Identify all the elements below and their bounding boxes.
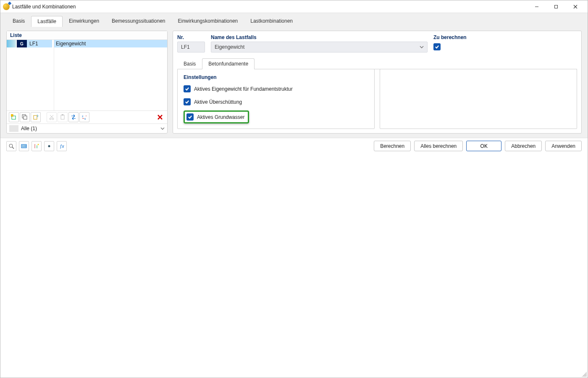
name-label: Name des Lastfalls: [211, 34, 428, 40]
measure-icon[interactable]: [32, 141, 42, 151]
opt1-checkbox[interactable]: [184, 85, 191, 92]
calc-checkbox[interactable]: [433, 43, 441, 50]
nr-field[interactable]: LF1: [177, 42, 205, 52]
svg-rect-8: [34, 116, 37, 119]
search-icon[interactable]: [6, 141, 16, 151]
opt3-label: Aktives Grundwasser: [197, 114, 244, 120]
opt3-highlight: Aktives Grundwasser: [184, 110, 249, 123]
chevron-down-icon: [160, 126, 165, 131]
nr-value: LF1: [181, 44, 190, 50]
opt1-label: Aktives Eigengewicht für Fundamentstrukt…: [194, 86, 293, 92]
subtab-betonfundamente[interactable]: Betonfundamente: [202, 58, 255, 69]
svg-rect-11: [61, 115, 64, 119]
sub-tabs: Basis Betonfundamente: [177, 58, 577, 69]
titlebar: Lastfälle und Kombinationen: [0, 0, 588, 13]
nr-label: Nr.: [177, 34, 205, 40]
maximize-button[interactable]: [546, 0, 566, 13]
calc-label: Zu berechnen: [433, 34, 577, 40]
svg-text:2: 2: [82, 115, 84, 118]
color-swatch: [7, 40, 17, 47]
ok-button[interactable]: OK: [466, 141, 501, 151]
settings-panel: Einstellungen Aktives Eigengewicht für F…: [177, 69, 375, 129]
copy-item-button[interactable]: [20, 112, 30, 122]
category-badge: G: [17, 40, 29, 47]
svg-text:6: 6: [84, 118, 86, 120]
tab-basis[interactable]: Basis: [6, 16, 31, 26]
window-title: Lastfälle und Kombinationen: [12, 4, 76, 10]
cut-button[interactable]: [47, 112, 57, 122]
svg-text:ƒx: ƒx: [60, 144, 65, 149]
filter-swatch: [9, 125, 18, 132]
svg-point-10: [52, 118, 54, 120]
row-name[interactable]: Eigengewicht: [54, 40, 167, 47]
svg-rect-7: [24, 116, 27, 119]
svg-point-24: [48, 145, 50, 147]
paste-button[interactable]: [58, 112, 68, 122]
function-icon[interactable]: ƒx: [57, 141, 67, 151]
opt3-checkbox[interactable]: [186, 113, 194, 121]
dialog-window: Lastfälle und Kombinationen Basis Lastfä…: [0, 0, 588, 378]
resize-grip-icon[interactable]: [582, 372, 587, 377]
details-panel: Nr. LF1 Name des Lastfalls Eigengewicht …: [173, 31, 582, 134]
row-lf-id: LF1: [29, 41, 40, 47]
berechnen-button[interactable]: Berechnen: [374, 141, 411, 151]
anwenden-button[interactable]: Anwenden: [545, 141, 582, 151]
svg-point-9: [50, 118, 51, 120]
svg-point-23: [38, 144, 39, 145]
name-field[interactable]: Eigengewicht: [211, 42, 428, 52]
svg-rect-12: [62, 114, 63, 116]
insert-item-button[interactable]: [31, 112, 41, 122]
list-row[interactable]: G LF1: [7, 40, 52, 47]
tab-lastfaelle[interactable]: Lastfälle: [31, 16, 63, 27]
tab-einwirkungskombinationen[interactable]: Einwirkungskombinationen: [172, 16, 244, 26]
units-icon[interactable]: 0,00: [19, 141, 29, 151]
swap-button[interactable]: [68, 112, 79, 122]
filter-text: Alle (1): [21, 126, 158, 131]
svg-line-18: [12, 147, 14, 149]
svg-rect-1: [555, 5, 558, 8]
name-value: Eigengewicht: [215, 44, 244, 50]
list-header: Liste: [7, 31, 167, 39]
point-icon[interactable]: [44, 141, 54, 151]
renumber-button[interactable]: 26: [79, 112, 89, 122]
tab-lastkombinationen[interactable]: Lastkombinationen: [244, 16, 299, 26]
svg-rect-5: [11, 114, 13, 116]
list-filter[interactable]: Alle (1): [7, 123, 167, 133]
main-tabs: Basis Lastfälle Einwirkungen Bemessungss…: [0, 13, 588, 138]
svg-point-17: [9, 144, 13, 147]
list-panel: Liste G LF1 Eigengewicht: [6, 31, 168, 134]
new-item-button[interactable]: [9, 112, 19, 122]
minimize-button[interactable]: [527, 0, 546, 13]
list-toolbar: 26: [7, 110, 167, 123]
abbrechen-button[interactable]: Abbrechen: [505, 141, 542, 151]
delete-button[interactable]: [155, 112, 165, 122]
tab-bemessungssituationen[interactable]: Bemessungssituationen: [105, 16, 171, 26]
opt2-checkbox[interactable]: [184, 98, 191, 105]
bottom-bar: 0,00 ƒx Berechnen Alles berechnen OK Abb…: [0, 138, 588, 154]
settings-title: Einstellungen: [184, 74, 368, 80]
alles-berechnen-button[interactable]: Alles berechnen: [414, 141, 463, 151]
app-icon: [3, 3, 10, 10]
svg-text:0,00: 0,00: [22, 145, 26, 147]
chevron-down-icon: [420, 45, 424, 49]
preview-panel: [380, 69, 577, 129]
opt2-label: Aktive Überschüttung: [194, 99, 242, 105]
tab-einwirkungen[interactable]: Einwirkungen: [63, 16, 105, 26]
subtab-basis[interactable]: Basis: [177, 58, 202, 69]
close-button[interactable]: [566, 0, 585, 13]
